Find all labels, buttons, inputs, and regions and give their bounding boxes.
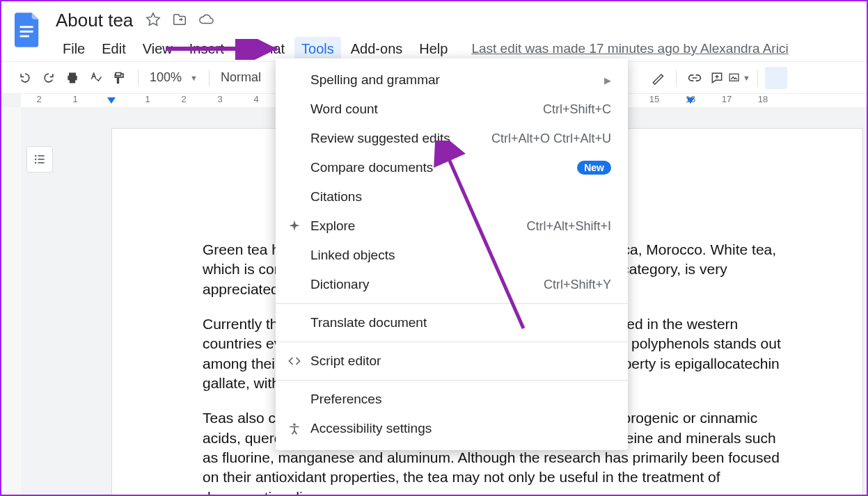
menu-item-dictionary[interactable]: Dictionary Ctrl+Shift+Y [276,270,628,299]
menu-item-label: Accessibility settings [310,421,432,436]
menu-item-script-editor[interactable]: Script editor [276,346,628,376]
accessibility-icon [287,421,302,436]
menu-insert[interactable]: Insert [182,37,231,61]
menu-item-compare-documents[interactable]: Compare documents New [276,153,628,182]
svg-point-10 [293,424,295,426]
menu-item-label: Citations [310,189,362,205]
menu-shortcut: Ctrl+Alt+Shift+I [526,219,611,234]
menu-shortcut: Ctrl+Alt+O Ctrl+Alt+U [491,131,611,146]
menu-tools[interactable]: Tools [294,37,341,61]
ruler-tick: 1 [68,94,82,104]
ruler-tick: 18 [756,94,770,104]
new-badge: New [577,161,611,175]
menu-item-label: Compare documents [310,160,433,175]
menu-item-review-suggested-edits[interactable]: Review suggested edits Ctrl+Alt+O Ctrl+A… [276,124,628,153]
tools-menu: Spelling and grammar ▶ Word count Ctrl+S… [276,58,628,450]
caret-down-icon: ▼ [743,74,750,82]
print-button[interactable] [61,67,84,89]
menu-shortcut: Ctrl+Shift+Y [544,278,611,292]
menu-addons[interactable]: Add-ons [344,37,410,61]
svg-point-8 [35,162,37,164]
cloud-status-icon[interactable] [198,12,214,30]
menu-item-label: Translate document [310,315,427,330]
menu-separator [276,380,628,381]
menu-format[interactable]: Format [234,37,292,61]
svg-rect-1 [20,31,33,33]
code-icon [287,353,302,369]
last-edit-link[interactable]: Last edit was made 17 minutes ago by Ale… [471,37,788,61]
style-value: Normal [221,70,261,85]
outline-toggle-button[interactable] [26,146,53,173]
svg-rect-3 [729,74,739,81]
document-title[interactable]: About tea [56,10,133,31]
vertical-ruler[interactable] [1,107,21,495]
move-icon[interactable] [172,12,187,30]
zoom-value: 100% [150,70,182,85]
menu-item-label: Preferences [310,392,381,407]
menu-item-accessibility-settings[interactable]: Accessibility settings [276,414,628,443]
menu-item-preferences[interactable]: Preferences [276,385,628,414]
add-comment-button[interactable] [706,67,728,89]
menubar: File Edit View Insert Format Tools Add-o… [56,31,858,61]
spellcheck-button[interactable] [85,67,107,89]
svg-rect-2 [20,35,29,38]
menu-item-spelling-grammar[interactable]: Spelling and grammar ▶ [276,65,628,95]
menu-item-translate-document[interactable]: Translate document [276,308,628,337]
paint-format-button[interactable] [109,67,131,89]
caret-down-icon: ▼ [190,74,198,82]
menu-item-label: Spelling and grammar [310,72,440,88]
menu-item-explore[interactable]: Explore Ctrl+Alt+Shift+I [276,211,628,241]
insert-image-button[interactable]: ▼ [728,67,750,89]
menu-item-label: Linked objects [310,248,395,263]
svg-point-6 [35,159,37,161]
menu-item-word-count[interactable]: Word count Ctrl+Shift+C [276,95,628,124]
align-left-button[interactable] [765,67,787,89]
chevron-right-icon: ▶ [604,75,611,86]
svg-point-4 [35,155,37,157]
svg-rect-9 [38,162,45,163]
svg-rect-0 [20,26,33,28]
docs-logo[interactable] [10,6,46,54]
paragraph-style-select[interactable]: Normal [216,70,265,85]
menu-item-linked-objects[interactable]: Linked objects [276,241,628,270]
menu-separator [276,342,628,342]
align-center-button[interactable] [787,67,810,89]
menu-separator [276,303,628,304]
menu-view[interactable]: View [136,37,180,61]
menu-shortcut: Ctrl+Shift+C [543,102,611,117]
zoom-select[interactable]: 100%▼ [145,70,202,85]
ruler-tick: 2 [32,94,46,104]
highlight-color-button[interactable] [647,67,669,89]
ruler-tick: 4 [249,94,263,104]
ruler-tick: 17 [720,94,734,104]
insert-link-button[interactable] [684,67,706,89]
align-justify-button[interactable] [832,67,854,89]
ruler-tick: 1 [141,94,155,104]
menu-edit[interactable]: Edit [95,37,132,61]
menu-help[interactable]: Help [412,37,455,61]
ruler-tick: 15 [647,94,661,104]
menu-item-citations[interactable]: Citations [276,182,628,211]
indent-marker-icon[interactable] [686,97,695,104]
ruler-tick: 3 [213,94,227,104]
menu-item-label: Explore [310,218,355,234]
menu-item-label: Word count [310,102,378,117]
titlebar: About tea File Edit View Insert Format T… [1,1,867,61]
menu-file[interactable]: File [56,37,92,61]
menu-item-label: Dictionary [310,277,369,292]
svg-rect-7 [38,159,45,160]
ruler-tick: 2 [177,94,191,104]
star-icon[interactable] [145,12,161,30]
menu-item-label: Review suggested edits [310,131,450,146]
undo-button[interactable] [14,67,36,89]
redo-button[interactable] [38,67,60,89]
explore-icon [287,218,302,234]
menu-item-label: Script editor [310,353,381,369]
indent-marker-icon[interactable] [107,97,116,104]
svg-rect-5 [38,155,45,157]
align-right-button[interactable] [810,67,832,89]
